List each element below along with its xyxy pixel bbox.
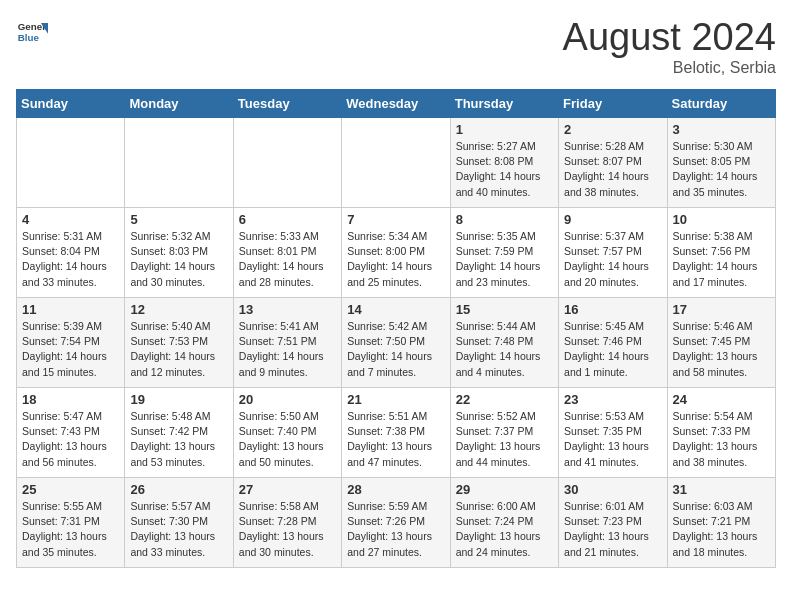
day-number: 25 bbox=[22, 482, 119, 497]
calendar-cell: 15Sunrise: 5:44 AM Sunset: 7:48 PM Dayli… bbox=[450, 298, 558, 388]
day-number: 16 bbox=[564, 302, 661, 317]
cell-info: Sunrise: 5:57 AM Sunset: 7:30 PM Dayligh… bbox=[130, 499, 227, 560]
day-number: 1 bbox=[456, 122, 553, 137]
calendar-cell: 22Sunrise: 5:52 AM Sunset: 7:37 PM Dayli… bbox=[450, 388, 558, 478]
day-number: 26 bbox=[130, 482, 227, 497]
day-number: 27 bbox=[239, 482, 336, 497]
logo: General Blue bbox=[16, 16, 48, 48]
cell-info: Sunrise: 5:34 AM Sunset: 8:00 PM Dayligh… bbox=[347, 229, 444, 290]
calendar-cell bbox=[342, 118, 450, 208]
day-number: 4 bbox=[22, 212, 119, 227]
day-number: 8 bbox=[456, 212, 553, 227]
calendar-cell: 2Sunrise: 5:28 AM Sunset: 8:07 PM Daylig… bbox=[559, 118, 667, 208]
day-number: 19 bbox=[130, 392, 227, 407]
cell-info: Sunrise: 5:42 AM Sunset: 7:50 PM Dayligh… bbox=[347, 319, 444, 380]
title-block: August 2024 Belotic, Serbia bbox=[563, 16, 776, 77]
calendar-cell: 16Sunrise: 5:45 AM Sunset: 7:46 PM Dayli… bbox=[559, 298, 667, 388]
header-day-monday: Monday bbox=[125, 90, 233, 118]
calendar-cell bbox=[233, 118, 341, 208]
day-number: 3 bbox=[673, 122, 770, 137]
calendar-cell: 18Sunrise: 5:47 AM Sunset: 7:43 PM Dayli… bbox=[17, 388, 125, 478]
calendar-cell: 27Sunrise: 5:58 AM Sunset: 7:28 PM Dayli… bbox=[233, 478, 341, 568]
week-row-5: 25Sunrise: 5:55 AM Sunset: 7:31 PM Dayli… bbox=[17, 478, 776, 568]
day-number: 14 bbox=[347, 302, 444, 317]
cell-info: Sunrise: 5:48 AM Sunset: 7:42 PM Dayligh… bbox=[130, 409, 227, 470]
cell-info: Sunrise: 5:46 AM Sunset: 7:45 PM Dayligh… bbox=[673, 319, 770, 380]
header-day-friday: Friday bbox=[559, 90, 667, 118]
cell-info: Sunrise: 5:28 AM Sunset: 8:07 PM Dayligh… bbox=[564, 139, 661, 200]
day-number: 29 bbox=[456, 482, 553, 497]
day-number: 7 bbox=[347, 212, 444, 227]
day-number: 28 bbox=[347, 482, 444, 497]
day-number: 24 bbox=[673, 392, 770, 407]
calendar-cell: 20Sunrise: 5:50 AM Sunset: 7:40 PM Dayli… bbox=[233, 388, 341, 478]
cell-info: Sunrise: 6:00 AM Sunset: 7:24 PM Dayligh… bbox=[456, 499, 553, 560]
cell-info: Sunrise: 5:55 AM Sunset: 7:31 PM Dayligh… bbox=[22, 499, 119, 560]
cell-info: Sunrise: 5:31 AM Sunset: 8:04 PM Dayligh… bbox=[22, 229, 119, 290]
page-header: General Blue August 2024 Belotic, Serbia bbox=[16, 16, 776, 77]
cell-info: Sunrise: 5:32 AM Sunset: 8:03 PM Dayligh… bbox=[130, 229, 227, 290]
day-number: 2 bbox=[564, 122, 661, 137]
cell-info: Sunrise: 5:39 AM Sunset: 7:54 PM Dayligh… bbox=[22, 319, 119, 380]
cell-info: Sunrise: 5:45 AM Sunset: 7:46 PM Dayligh… bbox=[564, 319, 661, 380]
week-row-3: 11Sunrise: 5:39 AM Sunset: 7:54 PM Dayli… bbox=[17, 298, 776, 388]
location: Belotic, Serbia bbox=[563, 59, 776, 77]
day-number: 9 bbox=[564, 212, 661, 227]
logo-icon: General Blue bbox=[16, 16, 48, 48]
day-number: 5 bbox=[130, 212, 227, 227]
month-year: August 2024 bbox=[563, 16, 776, 59]
cell-info: Sunrise: 5:38 AM Sunset: 7:56 PM Dayligh… bbox=[673, 229, 770, 290]
calendar-cell: 21Sunrise: 5:51 AM Sunset: 7:38 PM Dayli… bbox=[342, 388, 450, 478]
day-number: 12 bbox=[130, 302, 227, 317]
cell-info: Sunrise: 5:58 AM Sunset: 7:28 PM Dayligh… bbox=[239, 499, 336, 560]
calendar-cell: 8Sunrise: 5:35 AM Sunset: 7:59 PM Daylig… bbox=[450, 208, 558, 298]
cell-info: Sunrise: 5:53 AM Sunset: 7:35 PM Dayligh… bbox=[564, 409, 661, 470]
cell-info: Sunrise: 5:27 AM Sunset: 8:08 PM Dayligh… bbox=[456, 139, 553, 200]
calendar-cell: 29Sunrise: 6:00 AM Sunset: 7:24 PM Dayli… bbox=[450, 478, 558, 568]
calendar-cell: 4Sunrise: 5:31 AM Sunset: 8:04 PM Daylig… bbox=[17, 208, 125, 298]
day-number: 10 bbox=[673, 212, 770, 227]
calendar-cell bbox=[125, 118, 233, 208]
cell-info: Sunrise: 5:41 AM Sunset: 7:51 PM Dayligh… bbox=[239, 319, 336, 380]
day-number: 15 bbox=[456, 302, 553, 317]
calendar-cell: 31Sunrise: 6:03 AM Sunset: 7:21 PM Dayli… bbox=[667, 478, 775, 568]
cell-info: Sunrise: 5:52 AM Sunset: 7:37 PM Dayligh… bbox=[456, 409, 553, 470]
day-number: 30 bbox=[564, 482, 661, 497]
cell-info: Sunrise: 5:47 AM Sunset: 7:43 PM Dayligh… bbox=[22, 409, 119, 470]
cell-info: Sunrise: 5:59 AM Sunset: 7:26 PM Dayligh… bbox=[347, 499, 444, 560]
cell-info: Sunrise: 5:54 AM Sunset: 7:33 PM Dayligh… bbox=[673, 409, 770, 470]
day-number: 13 bbox=[239, 302, 336, 317]
header-day-wednesday: Wednesday bbox=[342, 90, 450, 118]
calendar-cell: 25Sunrise: 5:55 AM Sunset: 7:31 PM Dayli… bbox=[17, 478, 125, 568]
day-number: 23 bbox=[564, 392, 661, 407]
cell-info: Sunrise: 5:30 AM Sunset: 8:05 PM Dayligh… bbox=[673, 139, 770, 200]
calendar-cell: 12Sunrise: 5:40 AM Sunset: 7:53 PM Dayli… bbox=[125, 298, 233, 388]
calendar-cell: 13Sunrise: 5:41 AM Sunset: 7:51 PM Dayli… bbox=[233, 298, 341, 388]
cell-info: Sunrise: 5:33 AM Sunset: 8:01 PM Dayligh… bbox=[239, 229, 336, 290]
day-number: 6 bbox=[239, 212, 336, 227]
calendar-cell bbox=[17, 118, 125, 208]
cell-info: Sunrise: 5:50 AM Sunset: 7:40 PM Dayligh… bbox=[239, 409, 336, 470]
calendar-cell: 14Sunrise: 5:42 AM Sunset: 7:50 PM Dayli… bbox=[342, 298, 450, 388]
calendar-body: 1Sunrise: 5:27 AM Sunset: 8:08 PM Daylig… bbox=[17, 118, 776, 568]
calendar-cell: 26Sunrise: 5:57 AM Sunset: 7:30 PM Dayli… bbox=[125, 478, 233, 568]
calendar-table: SundayMondayTuesdayWednesdayThursdayFrid… bbox=[16, 89, 776, 568]
cell-info: Sunrise: 5:51 AM Sunset: 7:38 PM Dayligh… bbox=[347, 409, 444, 470]
week-row-1: 1Sunrise: 5:27 AM Sunset: 8:08 PM Daylig… bbox=[17, 118, 776, 208]
header-day-thursday: Thursday bbox=[450, 90, 558, 118]
cell-info: Sunrise: 5:44 AM Sunset: 7:48 PM Dayligh… bbox=[456, 319, 553, 380]
header-day-sunday: Sunday bbox=[17, 90, 125, 118]
header-day-tuesday: Tuesday bbox=[233, 90, 341, 118]
day-number: 21 bbox=[347, 392, 444, 407]
calendar-cell: 30Sunrise: 6:01 AM Sunset: 7:23 PM Dayli… bbox=[559, 478, 667, 568]
calendar-cell: 24Sunrise: 5:54 AM Sunset: 7:33 PM Dayli… bbox=[667, 388, 775, 478]
cell-info: Sunrise: 6:03 AM Sunset: 7:21 PM Dayligh… bbox=[673, 499, 770, 560]
week-row-4: 18Sunrise: 5:47 AM Sunset: 7:43 PM Dayli… bbox=[17, 388, 776, 478]
day-number: 31 bbox=[673, 482, 770, 497]
calendar-cell: 17Sunrise: 5:46 AM Sunset: 7:45 PM Dayli… bbox=[667, 298, 775, 388]
cell-info: Sunrise: 5:40 AM Sunset: 7:53 PM Dayligh… bbox=[130, 319, 227, 380]
calendar-cell: 1Sunrise: 5:27 AM Sunset: 8:08 PM Daylig… bbox=[450, 118, 558, 208]
calendar-cell: 10Sunrise: 5:38 AM Sunset: 7:56 PM Dayli… bbox=[667, 208, 775, 298]
calendar-header: SundayMondayTuesdayWednesdayThursdayFrid… bbox=[17, 90, 776, 118]
calendar-cell: 11Sunrise: 5:39 AM Sunset: 7:54 PM Dayli… bbox=[17, 298, 125, 388]
